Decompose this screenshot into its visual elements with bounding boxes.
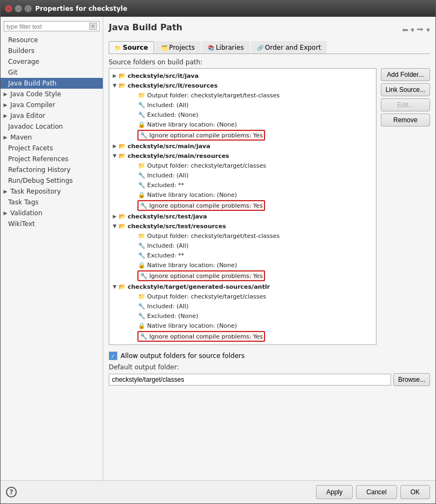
output-folder-input[interactable] (109, 374, 391, 386)
close-button[interactable]: ✕ (5, 5, 12, 12)
tree-row[interactable]: ▶ 📂 checkstyle/src/it/java (111, 71, 374, 81)
filter-box[interactable]: ✕ (4, 21, 100, 31)
tab-libraries[interactable]: 📚 Libraries (202, 41, 250, 54)
tree-row[interactable]: 🔧 Excluded: (None) (111, 110, 374, 120)
source-folders-label: Source folders on build path: (109, 58, 430, 66)
tree-row[interactable]: 🔧 Included: (All) (111, 170, 374, 180)
sidebar-item-java-editor[interactable]: ▶ Java Editor (1, 110, 103, 121)
allow-output-checkbox[interactable]: ✓ (109, 352, 117, 360)
sidebar-item-project-facets[interactable]: Project Facets (1, 143, 103, 154)
minimize-button[interactable]: − (15, 5, 22, 12)
validation-label: Validation (10, 209, 42, 217)
tree-row[interactable]: 🔒 Native library location: (None) (111, 190, 374, 200)
tree-area[interactable]: ▶ 📂 checkstyle/src/it/java ▼ 📂 checkstyl… (109, 68, 376, 345)
tree-row[interactable]: ▼ 📂 checkstyle/src/test/resources (111, 221, 374, 231)
expand-arrow-icon: ▶ (3, 113, 8, 118)
tree-row[interactable]: ▶ 📂 checkstyle/src/main/java (111, 141, 374, 151)
exclude-icon: 🔧 (137, 251, 146, 260)
tree-row[interactable]: 📁 Output folder: checkstyle/target/class… (111, 291, 374, 301)
sidebar-item-coverage[interactable]: Coverage (1, 56, 103, 67)
highlight-box: 🔧 Ignore optional compile problems: Yes (137, 200, 265, 211)
footer-left: ? (6, 487, 17, 498)
tab-source[interactable]: 📁 Source (109, 41, 154, 54)
native-icon: 🔒 (137, 321, 146, 330)
include-icon: 🔧 (137, 302, 146, 310)
tab-projects[interactable]: 🗂️ Projects (155, 41, 201, 54)
tree-row[interactable]: 🔧 Ignore optional compile problems: Yes (111, 270, 374, 282)
sidebar-item-javadoc-location[interactable]: Javadoc Location (1, 121, 103, 132)
main-panel: Java Build Path ⬅ ▾ ⮕ ▾ 📁 Source 🗂️ Proj… (103, 17, 435, 480)
ok-button[interactable]: OK (400, 485, 430, 499)
src-folder-icon: 📂 (118, 142, 127, 150)
tree-row[interactable]: 🔧 Excluded: ** (111, 250, 374, 260)
sidebar-item-wikitext[interactable]: WikiText (1, 218, 103, 229)
tree-item-text: Output folder: checkstyle/target/test-cl… (147, 233, 280, 240)
tree-item-text: Included: (All) (147, 102, 188, 109)
apply-button[interactable]: Apply (316, 485, 353, 499)
sidebar-item-java-code-style[interactable]: ▶ Java Code Style (1, 89, 103, 100)
remove-button[interactable]: Remove (381, 114, 430, 127)
sidebar-item-task-tags[interactable]: Task Tags (1, 197, 103, 208)
tree-row[interactable]: ▼ 📂 checkstyle/src/it/resources (111, 81, 374, 90)
tree-row[interactable]: ▼ 📂 checkstyle/src/main/resources (111, 151, 374, 161)
filter-input[interactable] (6, 23, 89, 30)
dropdown-arrow-icon[interactable]: ▾ (411, 25, 414, 34)
tree-item-text: checkstyle/src/it/resources (128, 82, 217, 89)
tree-row[interactable]: 🔒 Native library location: (None) (111, 321, 374, 330)
tree-row[interactable]: 📁 Output folder: checkstyle/target/test-… (111, 231, 374, 241)
sidebar-item-maven[interactable]: ▶ Maven (1, 132, 103, 143)
tree-row[interactable]: ▼ 📂 checkstyle/target/generated-sources/… (111, 282, 374, 291)
exclude-icon: 🔧 (137, 110, 146, 119)
tree-row[interactable]: 🔧 Included: (All) (111, 100, 374, 110)
native-icon: 🔒 (137, 120, 146, 129)
sidebar-item-refactoring-history[interactable]: Refactoring History (1, 164, 103, 175)
tree-item-text: Native library location: (None) (147, 191, 237, 198)
help-button[interactable]: ? (6, 487, 17, 498)
sidebar-item-run-debug-settings[interactable]: Run/Debug Settings (1, 175, 103, 186)
sidebar-item-task-repository[interactable]: ▶ Task Repository (1, 186, 103, 197)
dropdown-arrow-icon2[interactable]: ▾ (426, 25, 430, 34)
tree-item-text: Output folder: checkstyle/target/test-cl… (147, 92, 280, 99)
maximize-button[interactable]: □ (24, 5, 32, 12)
tab-order-export-label: Order and Export (265, 44, 321, 51)
browse-button[interactable]: Browse... (393, 373, 430, 386)
tree-row[interactable]: 🔧 Included: (All) (111, 241, 374, 250)
tree-item-text: checkstyle/target/generated-sources/antl… (128, 283, 270, 290)
tree-row[interactable]: 🔧 Included: (All) (111, 301, 374, 311)
tree-row[interactable]: 🔧 Ignore optional compile problems: Yes (111, 129, 374, 141)
javadoc-location-label: Javadoc Location (8, 123, 63, 130)
highlight-box: 🔧 Ignore optional compile problems: Yes (137, 130, 265, 141)
tree-row[interactable]: 🔧 Excluded: ** (111, 180, 374, 190)
tree-expand-icon: ▼ (111, 284, 118, 289)
edit-button[interactable]: Edit... (381, 98, 430, 111)
back-arrow-icon[interactable]: ⬅ (402, 25, 408, 34)
cancel-button[interactable]: Cancel (356, 485, 397, 499)
sidebar-item-java-build-path[interactable]: Java Build Path (1, 78, 103, 89)
tree-row[interactable]: 🔒 Native library location: (None) (111, 260, 374, 270)
tab-order-export[interactable]: 🔗 Order and Export (251, 41, 327, 54)
sidebar-item-builders[interactable]: Builders (1, 45, 103, 56)
tree-row[interactable]: 🔧 Excluded: (None) (111, 311, 374, 321)
tree-expand-icon: ▼ (111, 223, 118, 229)
tree-row[interactable]: 🔧 Ignore optional compile problems: Yes (111, 330, 374, 342)
sidebar-item-git[interactable]: Git (1, 67, 103, 78)
sidebar-item-java-compiler[interactable]: ▶ Java Compiler (1, 100, 103, 110)
forward-arrow-icon[interactable]: ⮕ (417, 25, 424, 34)
run-debug-settings-label: Run/Debug Settings (8, 177, 73, 184)
sidebar-item-validation[interactable]: ▶ Validation (1, 208, 103, 218)
source-tab-icon: 📁 (115, 45, 121, 51)
tree-row[interactable]: ▶ 📂 checkstyle/src/test/java (111, 211, 374, 221)
tree-item-text: Excluded: ** (147, 182, 184, 189)
link-source-button[interactable]: Link Source... (381, 83, 430, 96)
main-title: Java Build Path (109, 22, 182, 32)
tree-row[interactable]: 🔧 Ignore optional compile problems: Yes (111, 200, 374, 211)
sidebar-item-resource[interactable]: Resource (1, 35, 103, 45)
compile-icon: 🔧 (140, 332, 148, 341)
sidebar-item-project-references[interactable]: Project References (1, 154, 103, 164)
tree-row[interactable]: 🔒 Native library location: (None) (111, 120, 374, 129)
tree-row[interactable]: 📁 Output folder: checkstyle/target/test-… (111, 90, 374, 100)
filter-clear-button[interactable]: ✕ (89, 23, 97, 30)
add-folder-button[interactable]: Add Folder... (381, 68, 430, 81)
tree-row[interactable]: 📁 Output folder: checkstyle/target/class… (111, 161, 374, 170)
src-folder-icon: 📂 (118, 212, 127, 221)
